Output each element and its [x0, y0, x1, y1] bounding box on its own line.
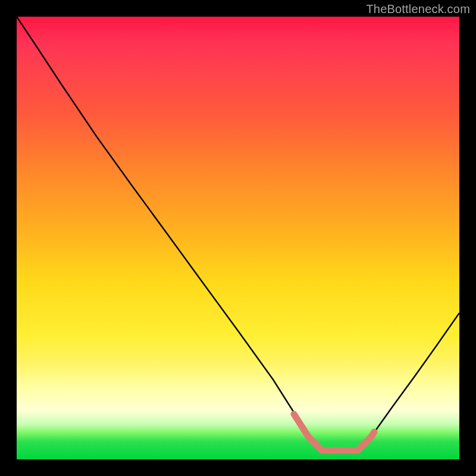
curve-svg	[17, 17, 459, 459]
plot-area	[17, 17, 459, 459]
chart-container: TheBottleneck.com	[0, 0, 476, 476]
optimal-range-highlight	[294, 414, 374, 450]
watermark-text: TheBottleneck.com	[366, 2, 470, 16]
mismatch-curve	[17, 17, 459, 450]
